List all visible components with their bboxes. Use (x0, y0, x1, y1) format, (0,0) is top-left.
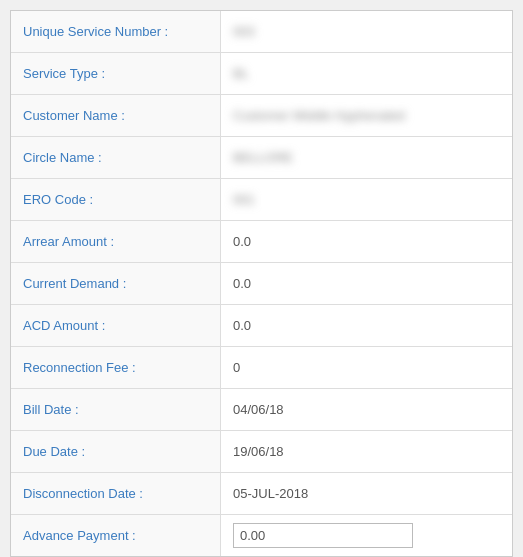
blurred-value-unique-service-number: 003 (233, 24, 255, 39)
row-service-type: Service Type :BL (11, 53, 512, 95)
blurred-value-circle-name: BELLORE (233, 150, 293, 165)
label-acd-amount: ACD Amount : (11, 305, 221, 346)
row-customer-name: Customer Name :Customer Middle Hyphenate… (11, 95, 512, 137)
label-ero-code: ERO Code : (11, 179, 221, 220)
form-container: Unique Service Number :003Service Type :… (10, 10, 513, 557)
label-disconnection-date: Disconnection Date : (11, 473, 221, 514)
label-unique-service-number: Unique Service Number : (11, 11, 221, 52)
value-acd-amount: 0.0 (221, 305, 512, 346)
label-advance-payment: Advance Payment : (11, 515, 221, 556)
row-unique-service-number: Unique Service Number :003 (11, 11, 512, 53)
value-reconnection-fee: 0 (221, 347, 512, 388)
value-ero-code: 001 (221, 179, 512, 220)
label-service-type: Service Type : (11, 53, 221, 94)
value-service-type: BL (221, 53, 512, 94)
row-advance-payment: Advance Payment : (11, 515, 512, 556)
label-reconnection-fee: Reconnection Fee : (11, 347, 221, 388)
row-due-date: Due Date :19/06/18 (11, 431, 512, 473)
input-advance-payment[interactable] (233, 523, 413, 548)
row-reconnection-fee: Reconnection Fee :0 (11, 347, 512, 389)
row-bill-date: Bill Date :04/06/18 (11, 389, 512, 431)
row-ero-code: ERO Code :001 (11, 179, 512, 221)
value-customer-name: Customer Middle Hyphenated (221, 95, 512, 136)
label-arrear-amount: Arrear Amount : (11, 221, 221, 262)
value-advance-payment (221, 515, 512, 556)
blurred-value-ero-code: 001 (233, 192, 255, 207)
label-bill-date: Bill Date : (11, 389, 221, 430)
value-current-demand: 0.0 (221, 263, 512, 304)
label-due-date: Due Date : (11, 431, 221, 472)
value-unique-service-number: 003 (221, 11, 512, 52)
label-current-demand: Current Demand : (11, 263, 221, 304)
row-current-demand: Current Demand :0.0 (11, 263, 512, 305)
row-circle-name: Circle Name :BELLORE (11, 137, 512, 179)
value-circle-name: BELLORE (221, 137, 512, 178)
label-circle-name: Circle Name : (11, 137, 221, 178)
value-arrear-amount: 0.0 (221, 221, 512, 262)
row-arrear-amount: Arrear Amount :0.0 (11, 221, 512, 263)
row-disconnection-date: Disconnection Date :05-JUL-2018 (11, 473, 512, 515)
value-due-date: 19/06/18 (221, 431, 512, 472)
label-customer-name: Customer Name : (11, 95, 221, 136)
blurred-value-service-type: BL (233, 66, 249, 81)
row-acd-amount: ACD Amount :0.0 (11, 305, 512, 347)
value-disconnection-date: 05-JUL-2018 (221, 473, 512, 514)
value-bill-date: 04/06/18 (221, 389, 512, 430)
blurred-value-customer-name: Customer Middle Hyphenated (233, 108, 405, 123)
